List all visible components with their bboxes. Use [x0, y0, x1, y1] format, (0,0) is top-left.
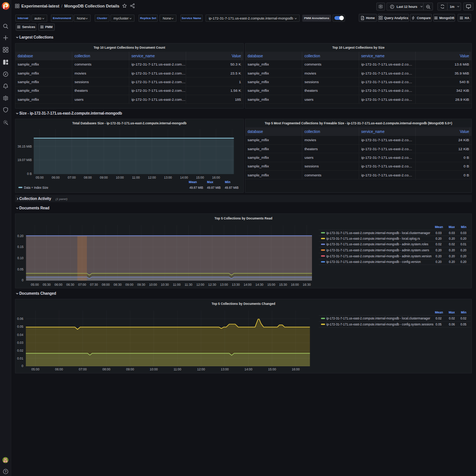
- svg-text:08:30: 08:30: [113, 283, 122, 286]
- svg-text:12:00: 12:00: [196, 283, 204, 286]
- svg-text:49.87 MiB: 49.87 MiB: [225, 186, 239, 190]
- svg-text:15:30: 15:30: [279, 283, 287, 286]
- svg-text:0.20: 0.20: [449, 260, 455, 264]
- svg-text:09:00: 09:00: [100, 176, 108, 179]
- svg-text:19.07 MiB: 19.07 MiB: [18, 158, 32, 162]
- svg-text:49.87 MiB: 49.87 MiB: [207, 186, 221, 190]
- svg-text:0.03: 0.03: [17, 341, 24, 345]
- svg-text:0.03: 0.03: [460, 231, 466, 235]
- svg-text:0.20: 0.20: [449, 237, 455, 240]
- svg-text:0.20: 0.20: [436, 237, 442, 240]
- svg-text:15:00: 15:00: [196, 176, 204, 179]
- svg-text:11:30: 11:30: [185, 283, 192, 286]
- svg-text:07:00: 07:00: [68, 176, 76, 179]
- svg-text:13:30: 13:30: [232, 283, 240, 286]
- svg-text:Mean: Mean: [189, 180, 197, 184]
- svg-text:05:30: 05:30: [43, 283, 51, 286]
- svg-text:11:00: 11:00: [173, 367, 181, 371]
- svg-text:16:00: 16:00: [212, 176, 220, 179]
- svg-text:0.02: 0.02: [17, 349, 24, 352]
- svg-text:0 B: 0 B: [27, 172, 32, 176]
- svg-text:0.20: 0.20: [436, 255, 442, 258]
- svg-text:ip-172-31-7-171.us-east-2.comp: ip-172-31-7-171.us-east-2.compute.intern…: [327, 231, 430, 235]
- svg-text:Min: Min: [461, 225, 467, 229]
- svg-text:0.04: 0.04: [17, 333, 24, 337]
- svg-text:0.05: 0.05: [436, 323, 442, 326]
- svg-text:ip-172-31-7-171.us-east-2.comp: ip-172-31-7-171.us-east-2.compute.intern…: [327, 255, 432, 258]
- svg-text:05:00: 05:00: [31, 283, 39, 286]
- svg-text:14:00: 14:00: [180, 176, 188, 179]
- svg-text:0.20: 0.20: [17, 234, 24, 238]
- svg-text:38.15 MiB: 38.15 MiB: [18, 145, 32, 148]
- svg-text:12:00: 12:00: [148, 176, 156, 179]
- svg-text:0.20: 0.20: [460, 249, 466, 252]
- svg-text:10:00: 10:00: [149, 283, 157, 286]
- svg-text:07:30: 07:30: [90, 283, 98, 286]
- svg-text:05:00: 05:00: [36, 176, 44, 179]
- svg-text:Mean: Mean: [435, 310, 443, 314]
- svg-text:0.06: 0.06: [17, 317, 24, 321]
- svg-text:0.20: 0.20: [449, 249, 455, 252]
- svg-text:08:00: 08:00: [102, 283, 110, 286]
- svg-text:Data + Index Size: Data + Index Size: [24, 186, 48, 190]
- svg-text:0.10: 0.10: [17, 256, 24, 260]
- svg-text:ip-172-31-7-171.us-east-2.comp: ip-172-31-7-171.us-east-2.compute.intern…: [327, 249, 429, 252]
- svg-text:14:30: 14:30: [255, 283, 264, 286]
- svg-text:0.20: 0.20: [460, 237, 466, 240]
- svg-text:0.02: 0.02: [436, 243, 442, 246]
- svg-text:0.02: 0.02: [449, 243, 455, 246]
- svg-text:15:00: 15:00: [268, 367, 276, 371]
- svg-text:06:00: 06:00: [52, 176, 60, 179]
- svg-text:15:00: 15:00: [267, 283, 276, 286]
- svg-text:ip-172-31-7-171.us-east-2.comp: ip-172-31-7-171.us-east-2.compute.intern…: [327, 323, 434, 326]
- svg-text:0.05: 0.05: [17, 267, 24, 271]
- svg-text:13:00: 13:00: [221, 367, 229, 371]
- svg-text:0: 0: [22, 278, 24, 282]
- svg-text:16:00: 16:00: [292, 367, 300, 371]
- svg-text:10:30: 10:30: [161, 283, 169, 286]
- svg-text:49.87 MiB: 49.87 MiB: [190, 186, 203, 190]
- svg-text:0.03: 0.03: [436, 231, 442, 235]
- svg-text:ip-172-31-7-171.us-east-2.comp: ip-172-31-7-171.us-east-2.compute.intern…: [327, 317, 430, 320]
- svg-text:08:00: 08:00: [102, 367, 110, 371]
- svg-text:Min: Min: [225, 180, 230, 184]
- svg-text:05:00: 05:00: [31, 367, 40, 371]
- svg-text:16:00: 16:00: [291, 283, 299, 286]
- svg-text:12:00: 12:00: [197, 367, 205, 371]
- svg-text:06:30: 06:30: [66, 283, 75, 286]
- svg-text:0.01: 0.01: [17, 357, 24, 360]
- svg-text:0.02: 0.02: [436, 317, 442, 320]
- svg-text:08:00: 08:00: [84, 176, 92, 179]
- svg-text:06:00: 06:00: [55, 367, 63, 371]
- svg-text:0.20: 0.20: [436, 260, 442, 264]
- svg-text:10:00: 10:00: [116, 176, 124, 179]
- svg-text:0.03: 0.03: [449, 231, 455, 235]
- svg-text:07:00: 07:00: [78, 283, 87, 286]
- svg-text:Mean: Mean: [435, 225, 443, 229]
- svg-text:Max: Max: [449, 225, 455, 229]
- svg-text:0.02: 0.02: [460, 317, 466, 320]
- svg-text:09:30: 09:30: [137, 283, 145, 286]
- svg-text:0.06: 0.06: [449, 323, 455, 326]
- svg-text:ip-172-31-7-171.us-east-2.comp: ip-172-31-7-171.us-east-2.compute.intern…: [327, 243, 428, 246]
- svg-text:ip-172-31-7-171.us-east-2.comp: ip-172-31-7-171.us-east-2.compute.intern…: [327, 237, 420, 240]
- svg-text:14:00: 14:00: [244, 283, 252, 286]
- svg-text:0.15: 0.15: [17, 245, 24, 249]
- svg-text:0.20: 0.20: [436, 249, 442, 252]
- svg-text:12:30: 12:30: [208, 283, 216, 286]
- svg-text:0: 0: [22, 364, 24, 368]
- svg-text:Max: Max: [449, 310, 455, 314]
- svg-text:13:00: 13:00: [220, 283, 228, 286]
- svg-text:16:30: 16:30: [303, 283, 311, 286]
- svg-text:0.05: 0.05: [460, 323, 466, 326]
- svg-text:0.20: 0.20: [460, 260, 466, 264]
- svg-text:09:00: 09:00: [125, 283, 134, 286]
- svg-text:0.20: 0.20: [460, 255, 466, 258]
- svg-text:Max: Max: [207, 180, 213, 184]
- svg-text:11:00: 11:00: [173, 283, 181, 286]
- svg-text:0.02: 0.02: [449, 317, 455, 320]
- svg-text:0.01: 0.01: [460, 243, 466, 246]
- svg-text:0.20: 0.20: [449, 255, 455, 258]
- svg-text:10:00: 10:00: [150, 367, 158, 371]
- svg-text:13:00: 13:00: [164, 176, 172, 179]
